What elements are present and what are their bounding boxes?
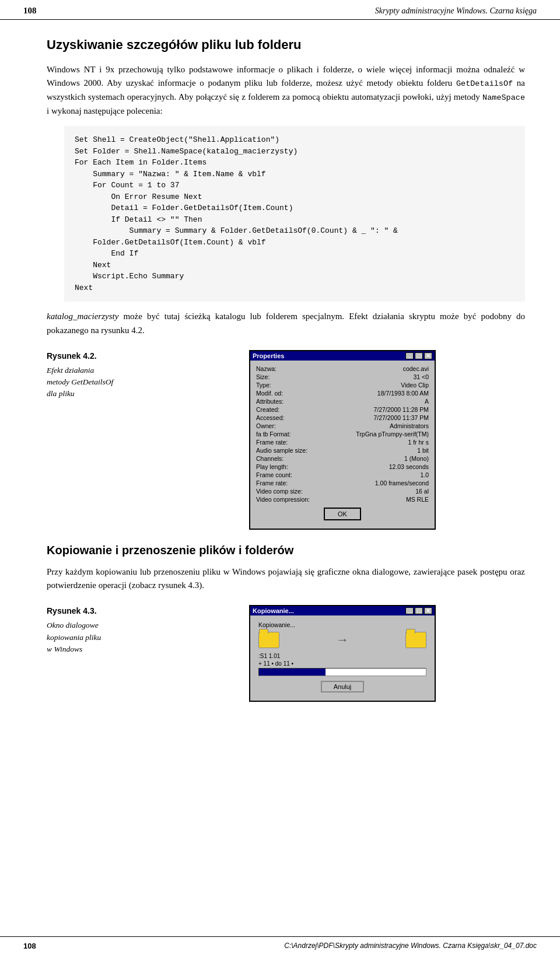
win-maximize-btn[interactable]: □: [415, 352, 423, 359]
win-copy-title-text: Kopiowanie...: [253, 607, 294, 614]
figure-4-3-label: Rysunek 4.3.: [47, 605, 146, 617]
figure-4-2-caption: Rysunek 4.2. Efekt działania metody GetD…: [47, 350, 146, 400]
win-dialog-4-2: Properties _ □ ✕ Nazwa:codec.avi Size:31…: [249, 350, 436, 530]
win-row-12: Channels:1 (Mono): [256, 455, 429, 462]
win-row-11: Audio sample size:1 bit: [256, 447, 429, 454]
copy-folder-icon: [258, 632, 279, 648]
win-body-4-2: Nazwa:codec.avi Size:31 <0 Type:Video Cl…: [250, 361, 435, 529]
win-row-3: Type:Video Clip: [256, 382, 429, 389]
para-katalog-italic: katalog_macierzysty: [47, 312, 118, 321]
page-header: 108 Skrypty administracyjne Windows. Cza…: [0, 0, 560, 20]
copy-arrow-icon: →: [336, 632, 349, 648]
copy-dialog-body: Kopiowanie... →: [250, 615, 435, 701]
win-titlebar-4-3: Kopiowanie... _ □ ✕: [250, 606, 435, 615]
figure-4-2-image: Properties _ □ ✕ Nazwa:codec.avi Size:31…: [160, 350, 525, 530]
win-row-6: Created:7/27/2000 11:28 PM: [256, 406, 429, 413]
main-content: Uzyskiwanie szczegółów pliku lub folderu…: [0, 20, 560, 732]
win-close-btn[interactable]: ✕: [424, 352, 432, 359]
header-title: Skrypty administracyjne Windows. Czarna …: [375, 6, 537, 16]
win-dialog-4-3: Kopiowanie... _ □ ✕ Kopiowanie...: [249, 605, 436, 702]
footer-page-number: 108: [23, 942, 36, 950]
copy-text-label: Kopiowanie...: [258, 621, 426, 628]
win-title-buttons: _ □ ✕: [405, 352, 432, 359]
copy-to-text: + 11 • do 11 •: [258, 660, 426, 667]
footer-path: C:\Andrzej\PDF\Skrypty administracyjne W…: [284, 942, 537, 950]
win-row-17: Video compression:MS RLE: [256, 496, 429, 503]
chapter-title: Uzyskiwanie szczegółów pliku lub folderu: [47, 37, 525, 53]
win-row-14: Frame count:1.0: [256, 471, 429, 478]
win-title-text: Properties: [253, 352, 284, 359]
win-row-15: Frame rate:1.00 frames/second: [256, 480, 429, 487]
figure-4-3-caption: Rysunek 4.3. Okno dialogowe kopiowania p…: [47, 605, 146, 655]
win-row-2: Size:31 <0: [256, 373, 429, 380]
win-copy-title-buttons: _ □ ✕: [405, 607, 432, 614]
win-copy-close-btn[interactable]: ✕: [424, 607, 432, 614]
copy-dest-folder-icon: [405, 632, 426, 648]
copy-source-folder: [258, 632, 279, 648]
win-row-4: Modif. od:18/7/1993 8:00 AM: [256, 390, 429, 397]
code-inline-namespace: NameSpace: [482, 93, 525, 102]
figure-4-3-image: Kopiowanie... _ □ ✕ Kopiowanie...: [160, 605, 525, 702]
para-after-code: katalog_macierzysty może być tutaj ścież…: [47, 310, 525, 337]
section-2-title: Kopiowanie i przenoszenie plików i folde…: [47, 544, 525, 557]
win-ok-button-4-2[interactable]: OK: [324, 508, 361, 520]
win-row-10: Frame rate:1 fr hr s: [256, 439, 429, 446]
copy-cancel-button[interactable]: Anuluj: [321, 681, 365, 692]
figure-4-2-desc: Efekt działania metody GetDetailsOf dla …: [47, 365, 146, 400]
figure-4-3-area: Rysunek 4.3. Okno dialogowe kopiowania p…: [47, 605, 525, 702]
win-copy-minimize-btn[interactable]: _: [405, 607, 414, 614]
copy-progress-bar: [258, 668, 426, 676]
win-row-13: Play length:12.03 seconds: [256, 463, 429, 470]
code-inline-getdetailsof: GetDetailsOf: [456, 79, 513, 88]
win-row-8: Owner:Administrators: [256, 422, 429, 429]
figure-4-2-label: Rysunek 4.2.: [47, 350, 146, 362]
copy-from-text: :S1 1.01: [258, 653, 426, 659]
copy-dest-folder: [405, 632, 426, 648]
intro-paragraph: Windows NT i 9x przechowują tylko podsta…: [47, 63, 525, 118]
win-row-7: Accessed:7/27/2000 11:37 PM: [256, 414, 429, 421]
win-titlebar-4-2: Properties _ □ ✕: [250, 351, 435, 361]
figure-4-2-area: Rysunek 4.2. Efekt działania metody GetD…: [47, 350, 525, 530]
header-page-number: 108: [23, 6, 37, 16]
win-row-16: Video comp size:16 al: [256, 488, 429, 495]
figure-4-3-desc: Okno dialogowe kopiowania pliku w Window…: [47, 620, 146, 655]
copy-icons-row: →: [258, 632, 426, 648]
win-row-1: Nazwa:codec.avi: [256, 365, 429, 372]
win-row-9: fa tb Format:TrpGna pTrumpy-serif(TM): [256, 431, 429, 438]
win-copy-maximize-btn[interactable]: □: [415, 607, 423, 614]
win-row-5: Attributes:A: [256, 398, 429, 405]
win-minimize-btn[interactable]: _: [405, 352, 414, 359]
page-footer: 108 C:\Andrzej\PDF\Skrypty administracyj…: [0, 936, 560, 955]
copy-animation-area: →: [290, 632, 395, 648]
code-block: Set Shell = CreateObject("Shell.Applicat…: [64, 126, 525, 302]
copy-progress-fill: [259, 669, 326, 676]
section-2-paragraph: Przy każdym kopiowaniu lub przenoszeniu …: [47, 565, 525, 593]
